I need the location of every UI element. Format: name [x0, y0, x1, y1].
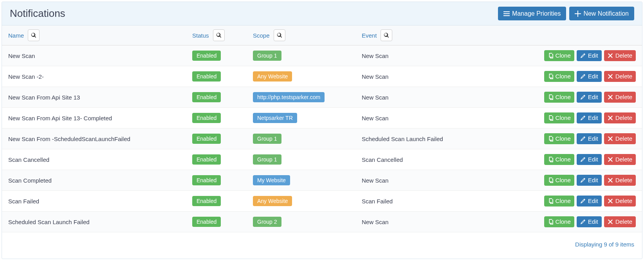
- copy-icon: [548, 157, 553, 162]
- table-header: Name Status Scope Event: [2, 25, 642, 45]
- delete-label: Delete: [615, 197, 632, 205]
- clone-button[interactable]: Clone: [544, 216, 574, 227]
- column-header-name[interactable]: Name: [8, 32, 24, 39]
- delete-label: Delete: [615, 114, 632, 121]
- clone-label: Clone: [556, 156, 571, 163]
- status-badge: Enabled: [192, 92, 221, 102]
- edit-button[interactable]: Edit: [577, 71, 602, 82]
- edit-label: Edit: [588, 218, 598, 225]
- edit-button[interactable]: Edit: [577, 154, 602, 165]
- delete-label: Delete: [615, 73, 632, 80]
- cell-name: Scan Completed: [8, 177, 52, 184]
- search-icon: [216, 33, 222, 38]
- cell-name: Scan Cancelled: [8, 156, 49, 163]
- table-row: Scan Cancelled Enabled Group 1 Scan Canc…: [2, 149, 642, 170]
- delete-label: Delete: [615, 218, 632, 225]
- close-icon: [608, 53, 613, 58]
- cell-name: New Scan From -ScheduledScanLaunchFailed: [8, 136, 130, 142]
- search-status-button[interactable]: [213, 29, 225, 41]
- cell-event: New Scan: [362, 53, 388, 59]
- edit-icon: [580, 136, 586, 141]
- notifications-table: Name Status Scope Event: [2, 25, 642, 232]
- search-name-button[interactable]: [28, 29, 40, 41]
- scope-badge: Group 1: [253, 51, 281, 61]
- table-row: Scheduled Scan Launch Failed Enabled Gro…: [2, 212, 642, 232]
- edit-button[interactable]: Edit: [577, 196, 602, 207]
- edit-button[interactable]: Edit: [577, 50, 602, 61]
- notifications-panel: Notifications Manage Priorities New Noti…: [2, 2, 642, 259]
- status-badge: Enabled: [192, 196, 221, 206]
- edit-label: Edit: [588, 135, 598, 142]
- clone-button[interactable]: Clone: [544, 175, 574, 186]
- clone-label: Clone: [556, 135, 571, 142]
- delete-button[interactable]: Delete: [604, 50, 636, 61]
- clone-button[interactable]: Clone: [544, 50, 574, 61]
- scope-badge: Group 2: [253, 217, 281, 227]
- clone-button[interactable]: Clone: [544, 196, 574, 207]
- close-icon: [608, 219, 613, 225]
- delete-label: Delete: [615, 156, 632, 163]
- header-actions: Manage Priorities New Notification: [498, 7, 634, 20]
- delete-button[interactable]: Delete: [604, 133, 636, 144]
- search-icon: [384, 33, 389, 38]
- clone-button[interactable]: Clone: [544, 71, 574, 82]
- delete-button[interactable]: Delete: [604, 196, 636, 207]
- close-icon: [608, 198, 613, 204]
- edit-button[interactable]: Edit: [577, 216, 602, 227]
- search-icon: [277, 33, 282, 38]
- scope-badge: Any Website: [253, 71, 292, 82]
- clone-label: Clone: [556, 52, 571, 59]
- panel-header: Notifications Manage Priorities New Noti…: [2, 2, 642, 25]
- delete-button[interactable]: Delete: [604, 92, 636, 103]
- new-notification-button[interactable]: New Notification: [569, 7, 634, 20]
- delete-label: Delete: [615, 52, 632, 59]
- cell-name: Scheduled Scan Launch Failed: [8, 219, 90, 225]
- column-header-status[interactable]: Status: [192, 32, 209, 39]
- cell-event: New Scan: [362, 73, 388, 80]
- search-event-button[interactable]: [381, 29, 392, 41]
- edit-button[interactable]: Edit: [577, 112, 602, 123]
- copy-icon: [548, 115, 553, 121]
- plus-icon: [575, 11, 581, 17]
- delete-button[interactable]: Delete: [604, 154, 636, 165]
- edit-button[interactable]: Edit: [577, 92, 602, 103]
- edit-label: Edit: [588, 94, 598, 101]
- cell-event: Scan Cancelled: [362, 156, 403, 163]
- edit-icon: [580, 157, 586, 162]
- copy-icon: [548, 178, 553, 183]
- column-header-event[interactable]: Event: [362, 32, 377, 39]
- cell-name: New Scan From Api Site 13- Completed: [8, 115, 112, 121]
- clone-button[interactable]: Clone: [544, 92, 574, 103]
- delete-button[interactable]: Delete: [604, 216, 636, 227]
- scope-badge: http://php.testsparker.com: [253, 92, 325, 102]
- edit-label: Edit: [588, 73, 598, 80]
- clone-button[interactable]: Clone: [544, 133, 574, 144]
- edit-button[interactable]: Edit: [577, 175, 602, 186]
- clone-button[interactable]: Clone: [544, 112, 574, 123]
- search-scope-button[interactable]: [274, 29, 285, 41]
- status-badge: Enabled: [192, 217, 221, 227]
- manage-priorities-button[interactable]: Manage Priorities: [498, 7, 566, 20]
- edit-icon: [580, 219, 586, 225]
- cell-name: New Scan -2-: [8, 73, 44, 80]
- new-notification-label: New Notification: [583, 10, 629, 17]
- delete-button[interactable]: Delete: [604, 112, 636, 123]
- status-badge: Enabled: [192, 71, 221, 82]
- delete-button[interactable]: Delete: [604, 71, 636, 82]
- scope-badge: Group 1: [253, 134, 281, 144]
- cell-name: Scan Failed: [8, 198, 39, 205]
- scope-badge: Group 1: [253, 154, 281, 165]
- table-row: New Scan From Api Site 13- Completed Ena…: [2, 108, 642, 129]
- page-title: Notifications: [10, 7, 65, 20]
- edit-icon: [580, 178, 586, 183]
- edit-button[interactable]: Edit: [577, 133, 602, 144]
- status-badge: Enabled: [192, 134, 221, 144]
- delete-button[interactable]: Delete: [604, 175, 636, 186]
- clone-button[interactable]: Clone: [544, 154, 574, 165]
- copy-icon: [548, 219, 553, 225]
- cell-event: Scheduled Scan Launch Failed: [362, 136, 443, 142]
- edit-label: Edit: [588, 52, 598, 59]
- close-icon: [608, 115, 613, 121]
- column-header-scope[interactable]: Scope: [253, 32, 270, 39]
- table-row: New Scan Enabled Group 1 New Scan Clone …: [2, 45, 642, 66]
